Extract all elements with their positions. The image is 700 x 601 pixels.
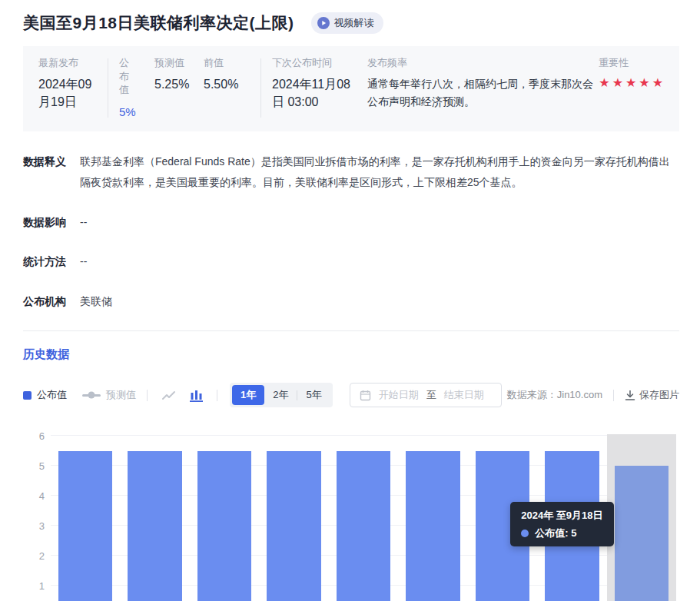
y-axis-tick: 5 [26, 460, 45, 472]
stat-importance: 重要性 ★★★★★ [599, 56, 672, 120]
definition-value: -- [80, 251, 87, 272]
y-axis-tick: 6 [26, 430, 45, 442]
history-chart: 2024年 至9月18日 公布值: 5 01234562023年 至9月20日2… [23, 436, 679, 601]
save-image-button[interactable]: 保存图片 [625, 388, 679, 402]
tooltip-title: 2024年 至9月18日 [521, 510, 602, 520]
published-label: 公布值 [119, 56, 131, 97]
save-image-label: 保存图片 [639, 388, 679, 402]
importance-label: 重要性 [599, 56, 665, 70]
definition-value: 美联储 [80, 291, 112, 312]
legend-published-label: 公布值 [37, 388, 67, 402]
previous-label: 前值 [204, 56, 260, 70]
bar-chart-button[interactable] [187, 389, 206, 402]
stat-published: 公布值 5% [119, 56, 154, 120]
gridline [51, 435, 676, 436]
stat-latest-release: 最新发布 2024年09月19日 [31, 56, 108, 120]
y-axis-tick: 3 [26, 520, 45, 532]
latest-release-value: 2024年09月19日 [38, 75, 103, 111]
definition-row: 数据释义 联邦基金利率（Federal Funds Rate）是指美国同业拆借市… [23, 151, 679, 192]
frequency-label: 发布频率 [367, 56, 598, 70]
bar[interactable] [615, 466, 669, 601]
bar[interactable] [58, 451, 113, 601]
next-release-label: 下次公布时间 [272, 56, 367, 70]
tooltip-value: 公布值: 5 [535, 528, 576, 538]
legend-published[interactable]: 公布值 [23, 388, 67, 402]
published-value: 5% [119, 104, 154, 121]
video-explain-button[interactable]: 视频解读 [311, 12, 383, 34]
published-swatch-icon [23, 391, 32, 400]
definition-row: 公布机构 美联储 [23, 291, 679, 312]
y-axis-tick: 2 [26, 550, 45, 562]
date-separator: 至 [426, 388, 436, 402]
line-chart-icon [161, 389, 176, 402]
chart-tooltip: 2024年 至9月18日 公布值: 5 [510, 502, 613, 546]
history-section-title: 历史数据 [23, 347, 679, 362]
next-release-value: 2024年11月08日 03:00 [272, 75, 357, 111]
bar[interactable] [267, 451, 321, 601]
range-button-2y[interactable]: 2年 [264, 385, 297, 405]
y-axis-tick: 1 [26, 580, 45, 592]
stat-forecast: 预测值 5.25% [154, 56, 204, 120]
forecast-marker-icon [82, 394, 101, 397]
importance-stars: ★★★★★ [599, 75, 665, 90]
bar[interactable] [197, 451, 252, 601]
toolbar-divider [217, 390, 217, 401]
range-button-5y[interactable]: 5年 [297, 385, 330, 405]
frequency-value: 通常每年举行八次，相隔约七周，季度末那次会公布声明和经济预测。 [367, 75, 598, 111]
bar[interactable] [337, 451, 391, 601]
page-title: 美国至9月18日美联储利率决定(上限) [23, 12, 294, 34]
definition-label: 统计方法 [23, 251, 80, 272]
toolbar-right: 数据来源：Jin10.com 保存图片 [507, 388, 679, 402]
definition-label: 公布机构 [23, 291, 80, 312]
toolbar-divider [147, 390, 148, 401]
legend-forecast[interactable]: 预测值 [82, 388, 136, 402]
chart-toolbar: 公布值 预测值 1年 2年 5年 [23, 383, 679, 407]
definition-value: 联邦基金利率（Federal Funds Rate）是指美国同业拆借市场的利率，… [80, 151, 679, 192]
definition-value: -- [80, 212, 87, 233]
range-group: 1年 2年 5年 [230, 383, 333, 407]
stat-frequency: 发布频率 通常每年举行八次，相隔约七周，季度末那次会公布声明和经济预测。 [367, 56, 598, 120]
section-divider [23, 330, 679, 331]
date-range-picker[interactable]: 开始日期 至 结束日期 [350, 383, 502, 407]
calendar-icon [360, 390, 371, 401]
definition-row: 统计方法 -- [23, 251, 679, 272]
end-date-input[interactable]: 结束日期 [444, 388, 484, 402]
bar-chart-icon [190, 389, 203, 402]
stats-divider [260, 58, 261, 118]
video-badge-label: 视频解读 [334, 16, 374, 30]
download-icon [625, 390, 635, 401]
line-chart-button[interactable] [158, 389, 179, 402]
bar[interactable] [406, 451, 460, 601]
bar[interactable] [128, 451, 182, 601]
page-root: 美国至9月18日美联储利率决定(上限) 视频解读 最新发布 2024年09月19… [0, 0, 700, 601]
tooltip-series-dot-icon [521, 530, 529, 537]
forecast-label: 预测值 [154, 56, 204, 70]
title-row: 美国至9月18日美联储利率决定(上限) 视频解读 [23, 12, 679, 34]
definition-label: 数据释义 [23, 151, 80, 192]
latest-release-label: 最新发布 [38, 56, 108, 70]
definition-row: 数据影响 -- [23, 212, 679, 233]
y-axis-tick: 4 [26, 490, 45, 502]
chart-plot: 2024年 至9月18日 公布值: 5 01234562023年 至9月20日2… [51, 436, 676, 601]
play-icon [317, 17, 330, 29]
tooltip-row: 公布值: 5 [521, 528, 602, 538]
definitions-section: 数据释义 联邦基金利率（Federal Funds Rate）是指美国同业拆借市… [23, 151, 679, 311]
stats-bar: 最新发布 2024年09月19日 公布值 5% 预测值 5.25% 前值 5.5… [23, 46, 679, 131]
stats-divider [108, 58, 108, 118]
start-date-input[interactable]: 开始日期 [379, 388, 419, 402]
definition-label: 数据影响 [23, 212, 80, 233]
forecast-value: 5.25% [154, 75, 204, 93]
previous-value: 5.50% [204, 75, 260, 93]
stat-next-release: 下次公布时间 2024年11月08日 03:00 [272, 56, 367, 120]
stat-previous: 前值 5.50% [204, 56, 260, 120]
data-source-label: 数据来源：Jin10.com [507, 388, 602, 402]
range-button-1y[interactable]: 1年 [232, 385, 264, 405]
legend-forecast-label: 预测值 [106, 388, 136, 402]
toolbar-divider [613, 390, 614, 401]
